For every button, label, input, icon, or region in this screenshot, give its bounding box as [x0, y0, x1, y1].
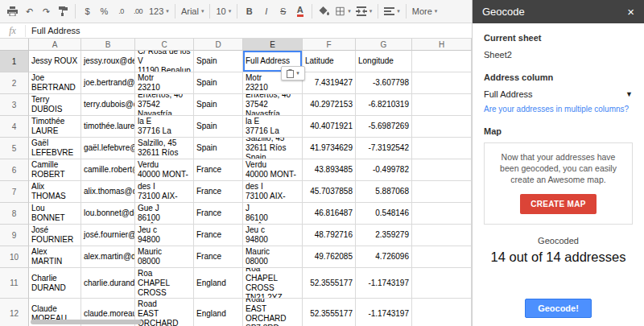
cell-E9[interactable]: 9, Place du Jeu c 94800 VILLEJUIF [243, 225, 303, 246]
cell-F12[interactable]: 52.3555177 [303, 299, 356, 326]
column-header-F[interactable]: F [303, 39, 356, 51]
cell-B10[interactable]: alex.martin@der [81, 246, 135, 268]
cell-D2[interactable]: Spain [194, 72, 243, 94]
cell-C12[interactable]: 42 Ockham Road EAST ORCHARD SP7 8RD [135, 299, 194, 326]
horizontal-align-button[interactable]: ▾ [382, 2, 402, 20]
column-header-H[interactable]: H [412, 39, 472, 51]
cell-G5[interactable]: -7.3192542 [356, 138, 412, 159]
cell-B6[interactable]: camille.robert@d [81, 159, 135, 181]
row-header-8[interactable]: 8 [0, 203, 29, 225]
horizontal-scrollbar[interactable] [31, 320, 142, 324]
cell-G11[interactable]: -1.1743197 [356, 268, 412, 299]
cell-C10[interactable]: 57, place Mauric 08000 CHARLEV [135, 246, 194, 268]
cell-E5[interactable]: Salzillo, 45 32611 Ríos Spain [243, 138, 303, 159]
print-button[interactable] [4, 2, 21, 20]
cell-H8[interactable] [412, 203, 472, 225]
cell-H3[interactable] [412, 94, 472, 116]
merge-cells-button[interactable]: ▾ [353, 2, 375, 20]
cell-G2[interactable]: -3.607798 [356, 72, 412, 94]
format-percent-button[interactable]: % [96, 2, 113, 20]
cell-F10[interactable]: 49.762085 [303, 246, 356, 268]
paint-format-button[interactable] [55, 2, 72, 20]
cell-H11[interactable] [412, 268, 472, 299]
geocode-button[interactable]: Geocode! [525, 299, 592, 318]
bold-button[interactable]: B [241, 2, 258, 20]
address-column-select[interactable]: Full Address ▼ [484, 89, 633, 99]
cell-G8[interactable]: 0.548146 [356, 203, 412, 225]
cell-B8[interactable]: lou.bonnet@dem [81, 203, 135, 225]
cell-D9[interactable]: France [194, 225, 243, 246]
cell-G9[interactable]: 2.359279 [356, 225, 412, 246]
row-header-12[interactable]: 12 [0, 299, 29, 326]
cell-C8[interactable]: 62, rue du Gue J 86100 CHÂTELL [135, 203, 194, 225]
cell-A3[interactable]: Terry DUBOIS [29, 94, 81, 116]
row-header-3[interactable]: 3 [0, 94, 29, 116]
strikethrough-button[interactable]: S [275, 2, 291, 20]
create-map-button[interactable]: CREATE MAP [520, 194, 596, 214]
cell-H6[interactable] [412, 159, 472, 181]
row-header-9[interactable]: 9 [0, 225, 29, 246]
column-header-E[interactable]: E [243, 39, 303, 51]
cell-H1[interactable] [412, 51, 472, 72]
cell-C2[interactable]: Ctra. Bailén-Motr 23210 Guarromá [135, 72, 194, 94]
grid-corner[interactable] [0, 39, 29, 51]
cell-B9[interactable]: josé.fournier@d [81, 225, 135, 246]
cell-H10[interactable] [412, 246, 472, 268]
cell-B4[interactable]: timothée.laurent [81, 116, 135, 138]
cell-C5[interactable]: Salzillo, 45 32611 Ríos [135, 138, 194, 159]
cell-D11[interactable]: England [194, 268, 243, 299]
cell-C4[interactable]: Visitación de la E 37716 La Hoya [135, 116, 194, 138]
cell-D8[interactable]: France [194, 203, 243, 225]
cell-E3[interactable]: Enxertos, 40 37542 Navasfría [243, 94, 303, 116]
cell-B11[interactable]: charlie.durand@ [81, 268, 135, 299]
cell-A8[interactable]: Lou BONNET [29, 203, 81, 225]
cell-C11[interactable]: 6 Peachfield Roa CHAPEL CROSS TN21 2YZ [135, 268, 194, 299]
cell-A9[interactable]: José FOURNIER [29, 225, 81, 246]
cell-D12[interactable]: England [194, 299, 243, 326]
cell-G3[interactable]: -6.8210319 [356, 94, 412, 116]
paste-options-button[interactable]: ▾ [281, 66, 305, 80]
cell-F9[interactable]: 48.792716 [303, 225, 356, 246]
cell-A10[interactable]: Alex MARTIN [29, 246, 81, 268]
more-button[interactable]: More▾ [410, 2, 440, 20]
column-header-B[interactable]: B [81, 39, 135, 51]
cell-A6[interactable]: Camille ROBERT [29, 159, 81, 181]
cell-B7[interactable]: alix.thomas@der [81, 181, 135, 203]
cell-H9[interactable] [412, 225, 472, 246]
cell-E10[interactable]: 57, place Mauric 08000 CHARLEV [243, 246, 303, 268]
cell-F4[interactable]: 40.4071921 [303, 116, 356, 138]
formula-input[interactable]: Full Address [26, 26, 472, 35]
increase-decimals-button[interactable]: .00 [130, 2, 147, 20]
cell-F1[interactable]: Latitude [303, 51, 356, 72]
fill-color-button[interactable] [316, 2, 332, 20]
cell-B3[interactable]: terry.dubois@de [81, 94, 135, 116]
cell-E4[interactable]: Visitación de la E 37716 La Hoya S [243, 116, 303, 138]
cell-F2[interactable]: 7.4319427 [303, 72, 356, 94]
cell-G12[interactable]: -1.1743197 [356, 299, 412, 326]
borders-button[interactable]: ▾ [332, 2, 353, 20]
close-icon[interactable]: × [627, 6, 634, 18]
cell-A7[interactable]: Alix THOMAS [29, 181, 81, 203]
cell-C1[interactable]: C/ Rosa de los V 11190 Benalup [135, 51, 194, 72]
italic-button[interactable]: I [258, 2, 275, 20]
number-format-button[interactable]: 123▾ [147, 2, 171, 20]
cell-D4[interactable]: Spain [194, 116, 243, 138]
column-header-C[interactable]: C [135, 39, 194, 51]
column-header-D[interactable]: D [194, 39, 243, 51]
cell-D5[interactable]: Spain [194, 138, 243, 159]
cell-F11[interactable]: 52.3555177 [303, 268, 356, 299]
cell-H12[interactable] [412, 299, 472, 326]
row-header-4[interactable]: 4 [0, 116, 29, 138]
cell-A5[interactable]: Gaël LEFEBVRE [29, 138, 81, 159]
cell-D6[interactable]: France [194, 159, 243, 181]
cell-F5[interactable]: 41.9734629 [303, 138, 356, 159]
cell-E6[interactable]: 54, Rue de Verdu 40000 MONT-DE [243, 159, 303, 181]
row-header-1[interactable]: 1 [0, 51, 29, 72]
cell-A1[interactable]: Jessy ROUX [29, 51, 81, 72]
cell-H5[interactable] [412, 138, 472, 159]
cell-G7[interactable]: 5.887068 [356, 181, 412, 203]
cell-E12[interactable]: 42 Ockham Road EAST ORCHARD SP7 8RD Engl… [243, 299, 303, 326]
cell-F3[interactable]: 40.2972153 [303, 94, 356, 116]
text-color-button[interactable]: A [291, 2, 308, 20]
multiple-columns-link[interactable]: Are your addresses in multiple columns? [484, 105, 633, 113]
